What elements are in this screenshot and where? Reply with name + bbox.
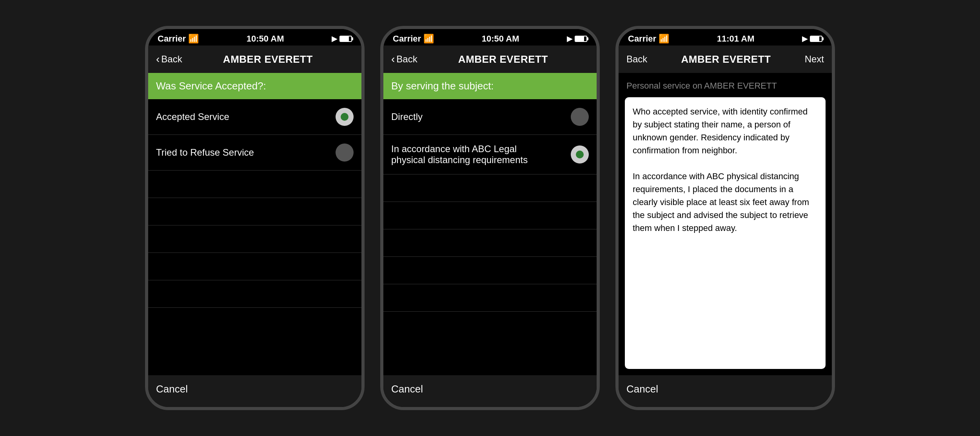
status-left-3: Carrier 📶 xyxy=(628,34,669,44)
cancel-button-3[interactable]: Cancel xyxy=(626,383,658,395)
wifi-icon-2: 📶 xyxy=(423,34,434,44)
signal-icon-1: ▶ xyxy=(332,35,337,43)
list-item-2-0[interactable]: Directly xyxy=(383,99,597,135)
cancel-button-1[interactable]: Cancel xyxy=(156,383,188,395)
status-bar-3: Carrier 📶 11:01 AM ▶ xyxy=(619,29,832,45)
section-header-text-2: By serving the subject: xyxy=(391,80,494,92)
empty-row-1-1 xyxy=(148,198,361,225)
battery-icon-2 xyxy=(575,36,587,42)
back-button-1[interactable]: ‹ Back xyxy=(156,53,182,65)
empty-row-1-3 xyxy=(148,253,361,280)
carrier-label-2: Carrier xyxy=(393,34,421,44)
back-button-2[interactable]: ‹ Back xyxy=(391,53,417,65)
status-left-2: Carrier 📶 xyxy=(393,34,434,44)
back-label-3: Back xyxy=(626,54,647,65)
radio-inner-1-0 xyxy=(341,113,348,121)
section-header-text-1: Was Service Accepted?: xyxy=(156,80,266,92)
battery-icon-1 xyxy=(339,36,352,42)
battery-icon-3 xyxy=(810,36,822,42)
bottom-bar-1: Cancel xyxy=(148,375,361,407)
carrier-label-1: Carrier xyxy=(158,34,186,44)
list-item-label-2-0: Directly xyxy=(391,111,423,122)
radio-btn-1-0[interactable] xyxy=(336,108,354,126)
cancel-button-2[interactable]: Cancel xyxy=(391,383,423,395)
wifi-icon-3: 📶 xyxy=(659,34,669,44)
nav-title-3: AMBER EVERETT xyxy=(681,53,771,65)
nav-title-1: AMBER EVERETT xyxy=(223,53,313,65)
next-button[interactable]: Next xyxy=(805,54,824,65)
nav-bar-2: ‹ Back AMBER EVERETT xyxy=(383,45,597,73)
radio-btn-2-0[interactable] xyxy=(571,108,589,126)
phone-2: Carrier 📶 10:50 AM ▶ ‹ Back AMBER EVERET… xyxy=(380,26,600,410)
list-item-1-1[interactable]: Tried to Refuse Service xyxy=(148,135,361,171)
phone-3: Carrier 📶 11:01 AM ▶ Back AMBER EVERETT … xyxy=(615,26,835,410)
empty-row-1-0 xyxy=(148,171,361,198)
empty-row-2-2 xyxy=(383,229,597,257)
radio-btn-1-1[interactable] xyxy=(336,144,354,162)
empty-row-2-3 xyxy=(383,257,597,284)
status-bar-2: Carrier 📶 10:50 AM ▶ xyxy=(383,29,597,45)
empty-row-2-4 xyxy=(383,284,597,312)
signal-icon-3: ▶ xyxy=(802,35,808,43)
status-right-3: ▶ xyxy=(802,35,822,43)
nav-bar-1: ‹ Back AMBER EVERETT xyxy=(148,45,361,73)
empty-row-1-4 xyxy=(148,280,361,308)
back-label-1: Back xyxy=(161,54,182,65)
time-2: 10:50 AM xyxy=(482,34,519,44)
nav-bar-3: Back AMBER EVERETT Next xyxy=(619,45,832,73)
status-right-1: ▶ xyxy=(332,35,352,43)
status-right-2: ▶ xyxy=(567,35,587,43)
status-left-1: Carrier 📶 xyxy=(158,34,199,44)
radio-btn-2-1[interactable] xyxy=(571,145,589,164)
list-item-label-2-1: In accordance with ABC Legal physical di… xyxy=(391,144,548,165)
carrier-label-3: Carrier xyxy=(628,34,656,44)
back-button-3[interactable]: Back xyxy=(626,54,647,65)
section-header-1: Was Service Accepted?: xyxy=(148,73,361,99)
bottom-bar-2: Cancel xyxy=(383,375,597,407)
content-1: Accepted Service Tried to Refuse Service xyxy=(148,99,361,375)
empty-rows-1 xyxy=(148,171,361,375)
phone-1: Carrier 📶 10:50 AM ▶ ‹ Back AMBER EVERET… xyxy=(145,26,365,410)
time-1: 10:50 AM xyxy=(247,34,284,44)
wifi-icon-1: 📶 xyxy=(188,34,199,44)
bottom-bar-3: Cancel xyxy=(619,375,832,407)
content-2: Directly In accordance with ABC Legal ph… xyxy=(383,99,597,375)
section-header-2: By serving the subject: xyxy=(383,73,597,99)
empty-row-2-0 xyxy=(383,174,597,202)
notes-text: Who accepted service, with identity conf… xyxy=(633,105,818,234)
time-3: 11:01 AM xyxy=(717,34,755,44)
empty-rows-2 xyxy=(383,174,597,375)
list-item-label-1-0: Accepted Service xyxy=(156,111,229,122)
empty-row-2-1 xyxy=(383,202,597,229)
third-content: Personal service on AMBER EVERETT Who ac… xyxy=(619,73,832,375)
status-bar-1: Carrier 📶 10:50 AM ▶ xyxy=(148,29,361,45)
signal-icon-2: ▶ xyxy=(567,35,572,43)
notes-area[interactable]: Who accepted service, with identity conf… xyxy=(625,97,826,369)
list-item-label-1-1: Tried to Refuse Service xyxy=(156,147,254,158)
back-label-2: Back xyxy=(396,54,417,65)
list-item-1-0[interactable]: Accepted Service xyxy=(148,99,361,135)
back-chevron-1: ‹ xyxy=(156,53,160,65)
radio-inner-2-0 xyxy=(576,113,584,121)
radio-inner-1-1 xyxy=(341,149,348,156)
empty-row-1-2 xyxy=(148,225,361,253)
radio-inner-2-1 xyxy=(576,151,584,158)
nav-title-2: AMBER EVERETT xyxy=(458,53,548,65)
list-item-2-1[interactable]: In accordance with ABC Legal physical di… xyxy=(383,135,597,174)
personal-service-label: Personal service on AMBER EVERETT xyxy=(625,79,826,93)
back-chevron-2: ‹ xyxy=(391,53,395,65)
